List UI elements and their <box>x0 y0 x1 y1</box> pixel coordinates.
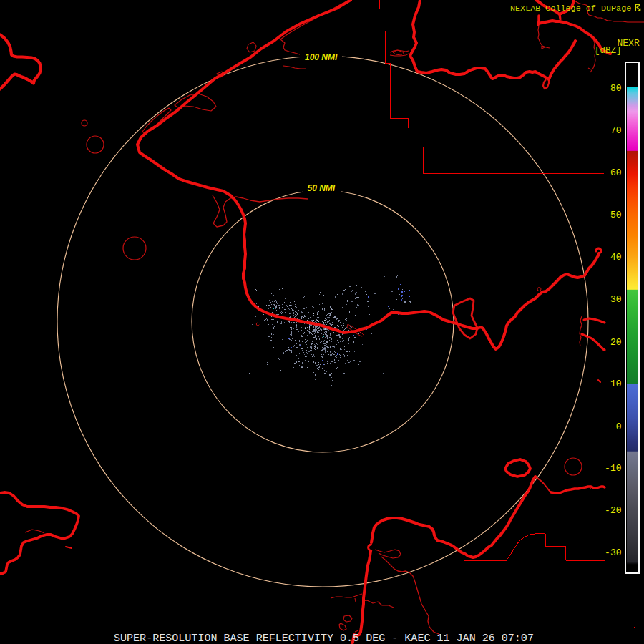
svg-text:0: 0 <box>616 421 622 432</box>
svg-text:50: 50 <box>610 210 622 220</box>
svg-text:100 NMI: 100 NMI <box>305 52 338 62</box>
svg-text:SUPER-RESOLUTION BASE REFLECTI: SUPER-RESOLUTION BASE REFLECTIVITY 0.5 D… <box>114 632 534 644</box>
svg-text:30: 30 <box>610 294 622 305</box>
svg-text:-30: -30 <box>605 547 621 558</box>
svg-text:60: 60 <box>610 167 622 178</box>
svg-text:NEXLAB-College of DuPage: NEXLAB-College of DuPage <box>510 4 631 14</box>
svg-text:40: 40 <box>610 252 622 263</box>
svg-text:[dBZ]: [dBZ] <box>595 46 622 56</box>
svg-text:-20: -20 <box>605 505 621 516</box>
svg-text:80: 80 <box>610 83 622 94</box>
svg-text:70: 70 <box>610 125 622 136</box>
svg-text:-10: -10 <box>605 463 621 474</box>
svg-text:50 NMI: 50 NMI <box>308 183 336 193</box>
svg-text:10: 10 <box>610 379 622 389</box>
svg-text:20: 20 <box>610 337 622 348</box>
